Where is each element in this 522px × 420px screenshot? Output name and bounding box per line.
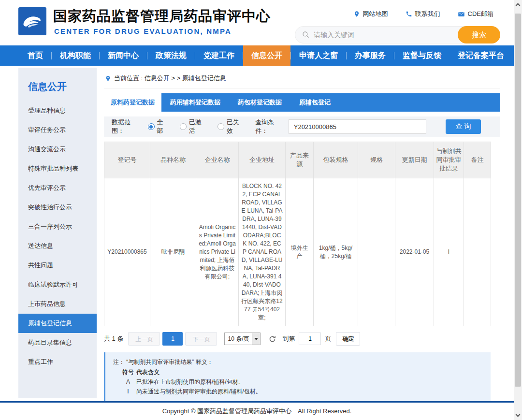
cell-company-address: BLOCK NO. 422, ECP CANAL ROAD, VILLAGE-L… — [239, 178, 286, 326]
note-row-i: I 尚未通过与制剂共同审评审批的原料/辅料/包材。 — [113, 387, 483, 396]
contact-link[interactable]: 联系我们 — [406, 10, 440, 18]
tab-api-registration-data[interactable]: 原料药登记数据 — [104, 93, 161, 112]
nav-item-news[interactable]: 新闻中心 — [100, 45, 147, 66]
breadcrumb: 当前位置 : 信息公开 > > 原辅包登记信息 — [104, 68, 500, 88]
radio-activated-label: 已激活 — [189, 118, 205, 135]
search-area: 搜索 — [295, 26, 500, 43]
sidebar-item-communication[interactable]: 沟通交流公示 — [18, 140, 97, 159]
dropdown-arrow-box[interactable] — [252, 333, 260, 345]
main-nav: 首页 机构职能 新闻中心 政策法规 党建工作 信息公开 申请人之窗 办事服务 监… — [0, 45, 514, 66]
search-icon — [302, 31, 310, 39]
nav-item-info-disclosure[interactable]: 信息公开 — [243, 45, 290, 66]
sidebar-item-key-work[interactable]: 重点工作 — [18, 352, 97, 372]
radio-expired-icon[interactable] — [218, 123, 224, 130]
query-label: 查询条件： — [255, 118, 285, 135]
sidebar-item-accepted-varieties[interactable]: 受理品种信息 — [18, 101, 97, 120]
scroll-up-button[interactable] — [514, 0, 522, 8]
sitemap-link[interactable]: 网站地图 — [353, 10, 388, 18]
next-page-button[interactable]: 下一页 — [185, 332, 217, 346]
note-meaning-i: 尚未通过与制剂共同审评审批的原料/辅料/包材。 — [136, 387, 261, 396]
note-meaning-a: 已批准在上市制剂使用的原料/辅料/包材。 — [136, 377, 244, 387]
swan-logo-icon — [18, 7, 46, 35]
sidebar-item-clinical-trial-license[interactable]: 临床试验默示许可 — [18, 275, 97, 294]
scope-label: 数据范围： — [112, 118, 141, 135]
cell-product-name: 吡非尼酮 — [150, 178, 196, 326]
radio-option-activated[interactable]: 已激活 — [180, 118, 205, 135]
cell-company-name: Amoli Organics Private Limited;Amoli Org… — [196, 178, 239, 326]
pagination: 共 1 条 上一页 1 下一页 10 条/页 到第 页 确定 — [104, 332, 500, 346]
main-content: 当前位置 : 信息公开 > > 原辅包登记信息 原料药登记数据 药用辅料登记数据… — [104, 68, 500, 402]
goto-label: 到第 — [282, 334, 295, 343]
prev-page-button[interactable]: 上一页 — [128, 332, 160, 346]
nav-item-applicant-window[interactable]: 申请人之窗 — [291, 45, 346, 66]
col-company-address: 企业地址 — [239, 142, 286, 178]
refresh-button[interactable] — [268, 335, 276, 343]
note-row-a: A 已批准在上市制剂使用的原料/辅料/包材。 — [113, 377, 483, 387]
sitemap-label: 网站地图 — [363, 10, 388, 18]
location-pin-icon — [353, 11, 360, 17]
browser-scrollbar[interactable] — [514, 0, 522, 420]
search-input[interactable] — [314, 31, 435, 39]
tab-packaging-registration-data[interactable]: 药包材登记数据 — [229, 93, 290, 112]
radio-option-all[interactable]: 全部 — [148, 118, 167, 135]
sidebar-item-drug-catalog[interactable]: 药品目录集信息 — [18, 333, 97, 352]
cell-package-spec: 1kg/桶，5kg/桶，25kg/桶 — [314, 178, 358, 326]
filter-bar: 数据范围： 全部 已激活 已失效 查询条件： 查 询 — [104, 116, 500, 137]
search-button[interactable]: 搜索 — [458, 26, 500, 43]
total-count: 共 1 条 — [104, 334, 123, 343]
col-product-name: 品种名称 — [150, 142, 196, 178]
sidebar-item-review-tasks[interactable]: 审评任务公示 — [18, 120, 97, 140]
goto-page-input[interactable] — [299, 333, 321, 345]
tab-excipient-registration-data[interactable]: 药用辅料登记数据 — [161, 93, 229, 112]
quick-links: 网站地图 联系我们 CDE邮箱 — [353, 10, 493, 18]
page: 国家药品监督管理局药品审评中心 CENTER FOR DRUG EVALUATI… — [0, 0, 522, 420]
nav-item-party[interactable]: 党建工作 — [195, 45, 243, 66]
phone-icon — [406, 11, 412, 17]
sidebar-item-priority-review[interactable]: 优先审评公示 — [18, 178, 97, 198]
tab-bar: 原料药登记数据 药用辅料登记数据 药包材登记数据 原辅包登记 — [104, 93, 500, 112]
sidebar-item-api-excipient-registration[interactable]: 原辅包登记信息 — [18, 314, 97, 333]
cell-joint-review-result: I — [434, 178, 464, 326]
radio-all-icon[interactable] — [148, 123, 155, 130]
nav-item-supervision[interactable]: 监督与反馈 — [394, 45, 450, 66]
page-number-1[interactable]: 1 — [162, 332, 183, 346]
cell-reg-no: Y20210000865 — [104, 178, 150, 326]
cde-logo — [18, 7, 46, 35]
cell-spec — [358, 178, 395, 326]
tab-api-excipient-registration[interactable]: 原辅包登记 — [290, 93, 339, 112]
col-company-name: 企业名称 — [196, 142, 239, 178]
scrollbar-thumb[interactable] — [515, 14, 521, 387]
query-input[interactable] — [289, 119, 427, 134]
mailbox-link[interactable]: CDE邮箱 — [458, 10, 493, 18]
refresh-icon — [268, 335, 276, 343]
nav-item-policy[interactable]: 政策法规 — [147, 45, 195, 66]
col-spec: 规格 — [358, 142, 395, 178]
col-origin: 产品来源 — [286, 142, 314, 178]
radio-option-expired[interactable]: 已失效 — [218, 118, 243, 135]
note-symbol-header: 符号 — [120, 367, 136, 377]
sidebar-item-breakthrough-therapy[interactable]: 突破性治疗公示 — [18, 198, 97, 217]
page-size-select[interactable]: 10 条/页 — [224, 333, 261, 345]
note-symbol-a: A — [120, 377, 136, 387]
scroll-down-button[interactable] — [514, 412, 522, 420]
nav-item-home[interactable]: 首页 — [19, 45, 51, 66]
sidebar-item-special-approval[interactable]: 特殊审批品种列表 — [18, 159, 97, 178]
note-header-row: 符号 代表含义 — [113, 367, 483, 377]
sidebar-item-common-issues[interactable]: 共性问题 — [18, 256, 97, 275]
nav-item-functions[interactable]: 机构职能 — [52, 45, 99, 66]
col-reg-no: 登记号 — [104, 142, 150, 178]
query-button[interactable]: 查 询 — [446, 119, 481, 134]
radio-all-label: 全部 — [157, 118, 167, 135]
registration-table: 登记号 品种名称 企业名称 企业地址 产品来源 包装规格 规格 更新日期 与制剂… — [104, 142, 491, 326]
sidebar-item-three-in-one[interactable]: 三合一序列公示 — [18, 217, 97, 236]
radio-activated-icon[interactable] — [180, 123, 187, 130]
note-title: 注： “与制剂共同审评审批结果” 释义： — [113, 357, 483, 367]
nav-item-services[interactable]: 办事服务 — [347, 45, 394, 66]
footer: Copyright © 国家药品监督管理局药品审评中心 All Right Re… — [0, 403, 514, 420]
table-row: Y20210000865 吡非尼酮 Amoli Organics Private… — [104, 178, 491, 326]
sidebar-item-delivery-info[interactable]: 送达信息 — [18, 236, 97, 256]
nav-item-registration-platform[interactable]: 登记备案平台 — [450, 45, 512, 66]
confirm-button[interactable]: 确定 — [336, 332, 360, 346]
site-subtitle: CENTER FOR DRUG EVALUATION, NMPA — [54, 27, 232, 35]
sidebar-item-marketed-drugs[interactable]: 上市药品信息 — [18, 294, 97, 314]
